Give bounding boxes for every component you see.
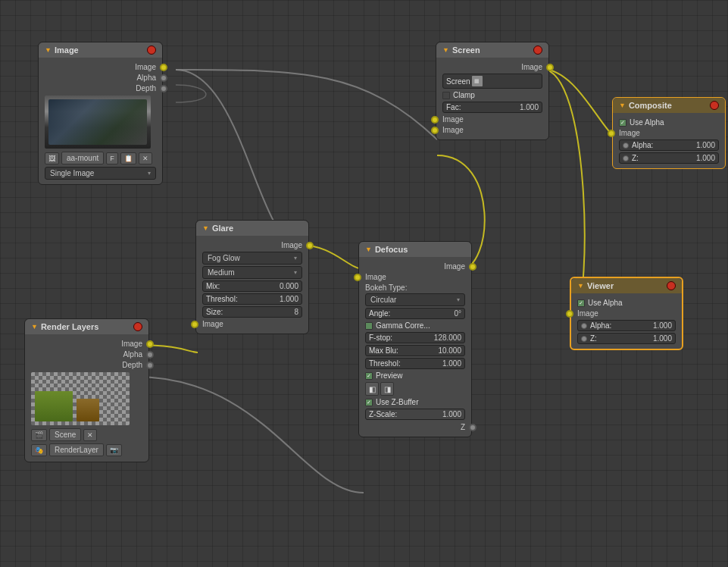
defocus-bokeh-dropdown[interactable]: Circular ▾ [365,293,465,306]
viewer-alpha-row: ✓ Use Alpha [577,299,676,307]
screen-socket-image1-in[interactable] [431,116,439,124]
render-layers-header: ▼ Render Layers [25,319,148,334]
defocus-socket-image-out[interactable] [469,263,476,271]
image-close-btn[interactable]: ✕ [139,152,152,164]
screen-node: ▼ Screen Image Screen ▦ Clamp Fac: 1.000… [436,42,549,140]
render-layers-cam-btn[interactable]: 📷 [106,444,122,456]
render-layers-layer: RenderLayer [49,443,104,456]
glare-type-dropdown[interactable]: Fog Glow ▾ [202,252,302,265]
glare-header: ▼ Glare [196,221,308,236]
glare-node: ▼ Glare Image Fog Glow ▾ Medium ▾ Mix: 0… [195,220,309,334]
render-layers-layer-row: 🎭 RenderLayer 📷 [31,443,142,456]
screen-blend-dropdown[interactable]: Screen ▦ [442,74,542,89]
render-layers-arrow[interactable]: ▼ [31,323,38,330]
composite-node: ▼ Composite ✓ Use Alpha Image Alpha: 1.0… [612,97,726,169]
defocus-bokeh-label: Bokeh Type: [365,284,465,292]
screen-image2-in: Image [442,126,542,134]
glare-quality-dropdown[interactable]: Medium ▾ [202,266,302,279]
image-flag-btn[interactable]: F [106,152,118,164]
render-layers-socket-image[interactable] [146,340,154,348]
image-node-header: ▼ Image [39,42,162,58]
defocus-zscale-slider[interactable]: Z-Scale: 1.000 [365,409,465,420]
glare-mix-slider[interactable]: Mix: 0.000 [202,280,302,292]
defocus-preview-check[interactable]: ✓ [365,372,373,380]
image-node-dot [147,45,156,55]
viewer-alpha-check[interactable]: ✓ [577,299,585,307]
viewer-body: ✓ Use Alpha Image Alpha: 1.000 Z: 1.000 [571,293,682,349]
screen-socket-image-out[interactable] [546,64,554,71]
screen-image1-in: Image [442,115,542,124]
composite-dot [710,101,719,110]
image-type-dropdown[interactable]: Single Image ▾ [45,167,156,180]
composite-z-slider[interactable]: Z: 1.000 [619,152,719,164]
glare-arrow[interactable]: ▼ [202,224,209,232]
composite-alpha-row: ✓ Use Alpha [619,118,719,127]
viewer-alpha-slider[interactable]: Alpha: 1.000 [577,320,676,331]
render-layers-scene: Scene [49,428,81,441]
screen-arrow[interactable]: ▼ [442,46,449,54]
image-filename: aa-mount [61,152,104,164]
defocus-angle-slider[interactable]: Angle: 0° [365,308,465,319]
defocus-image-out: Image [365,262,465,271]
viewer-title: Viewer [587,281,664,290]
composite-arrow[interactable]: ▼ [619,102,626,109]
image-icon-btn[interactable]: 🖼 [45,152,59,164]
defocus-socket-z-out[interactable] [469,424,476,431]
viewer-dot [667,281,676,290]
glare-socket-image-in[interactable] [191,321,198,328]
screen-title: Screen [452,45,530,55]
defocus-zbuffer-check[interactable]: ✓ [365,399,373,406]
composite-body: ✓ Use Alpha Image Alpha: 1.000 Z: 1.000 [613,113,725,168]
composite-socket-image[interactable] [608,130,615,137]
image-preview [45,96,151,149]
dropdown-arrow: ▾ [148,170,151,177]
image-node: ▼ Image Image Alpha Depth 🖼 aa-mount F 📋… [38,42,163,185]
defocus-fstop-slider[interactable]: F-stop: 128.000 [365,332,465,343]
viewer-socket-image[interactable] [566,310,573,318]
defocus-bokeh-arrow: ▾ [457,296,460,303]
defocus-socket-image-in[interactable] [354,274,361,281]
screen-image-out: Image [442,63,542,71]
render-layers-scene-icon[interactable]: 🎬 [31,429,47,441]
image-collapse-arrow[interactable]: ▼ [45,46,52,54]
render-layers-dot [133,322,142,331]
viewer-z-slider[interactable]: Z: 1.000 [577,333,676,344]
image-socket-depth-out[interactable] [160,85,167,92]
glare-socket-image-out[interactable] [306,242,314,249]
defocus-maxblu-slider[interactable]: Max Blu: 10.000 [365,345,465,356]
composite-socket-alpha[interactable] [623,143,629,149]
render-layers-socket-depth[interactable] [146,362,154,369]
composite-header: ▼ Composite [613,98,725,113]
image-toolbar: 🖼 aa-mount F 📋 ✕ [45,152,156,164]
glare-title: Glare [212,224,302,233]
screen-body: Image Screen ▦ Clamp Fac: 1.000 Image Im… [436,58,548,139]
image-socket-image-out[interactable] [160,64,167,71]
image-output-alpha: Alpha [45,74,156,82]
screen-clamp-check[interactable] [442,92,450,99]
defocus-image-in: Image [365,273,465,281]
glare-threshold-slider[interactable]: Threshol: 1.000 [202,293,302,305]
render-layers-preview [31,372,130,425]
defocus-icon2[interactable]: ◨ [380,382,394,396]
defocus-arrow[interactable]: ▼ [365,246,372,253]
render-layers-body: Image Alpha Depth 🎬 Scene ✕ 🎭 RenderLaye… [25,334,148,462]
render-layers-close-btn[interactable]: ✕ [83,429,97,441]
defocus-icon1[interactable]: ◧ [365,382,379,396]
defocus-body: Image Image Bokeh Type: Circular ▾ Angle… [359,257,471,437]
defocus-zbuffer-row: ✓ Use Z-Buffer [365,398,465,406]
image-node-title: Image [55,45,144,55]
image-copy-btn[interactable]: 📋 [120,152,136,164]
defocus-threshold-slider[interactable]: Threshol: 1.000 [365,358,465,369]
viewer-arrow[interactable]: ▼ [577,282,584,290]
glare-size-slider[interactable]: Size: 8 [202,306,302,318]
render-layers-layer-icon[interactable]: 🎭 [31,444,47,456]
image-output-depth: Depth [45,84,156,92]
composite-alpha-check[interactable]: ✓ [619,119,626,127]
screen-grid-icon: ▦ [472,76,483,86]
render-layers-socket-alpha[interactable] [146,351,154,359]
screen-fac-slider[interactable]: Fac: 1.000 [442,102,542,113]
composite-alpha-slider[interactable]: Alpha: 1.000 [619,139,719,151]
defocus-gamma-check[interactable] [365,322,373,330]
image-socket-alpha-out[interactable] [160,74,167,82]
screen-socket-image2-in[interactable] [431,127,439,134]
